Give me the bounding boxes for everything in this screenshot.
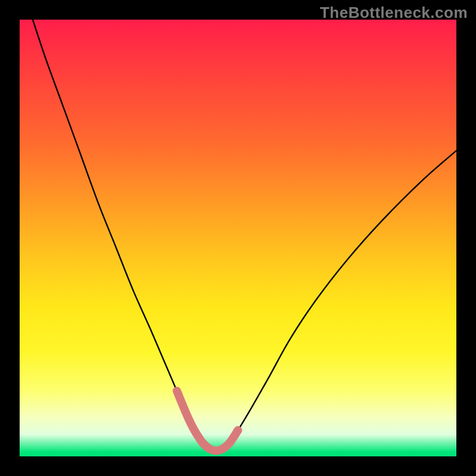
curve-layer xyxy=(20,20,456,456)
plot-area xyxy=(20,20,456,456)
main-curve xyxy=(33,20,456,451)
chart-frame: TheBottleneck.com xyxy=(0,0,476,476)
highlight-segment xyxy=(177,391,238,451)
